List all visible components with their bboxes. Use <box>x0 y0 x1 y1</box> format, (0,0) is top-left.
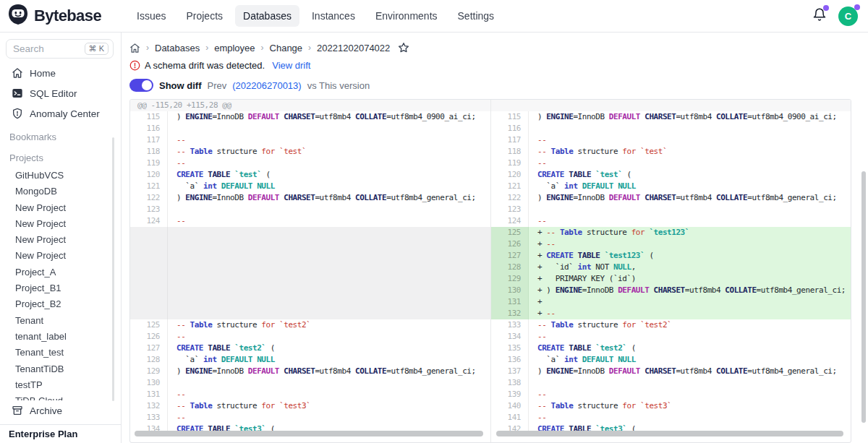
line-number: 124 <box>491 215 529 227</box>
sidebar-item-anomaly-center[interactable]: Anomaly Center <box>0 103 121 124</box>
nav-item-databases[interactable]: Databases <box>235 5 299 27</box>
line-code: -- <box>168 389 490 400</box>
project-item[interactable]: Tenant_test <box>0 345 121 361</box>
schema-diff-viewer: @@ -115,20 +115,28 @@115) ENGINE=InnoDB … <box>129 99 851 443</box>
line-number: 121 <box>491 181 529 192</box>
right-pane-horizontal-scrollbar[interactable] <box>496 431 843 436</box>
line-number: 136 <box>491 354 529 366</box>
nav-item-instances[interactable]: Instances <box>304 5 363 27</box>
nav-item-settings[interactable]: Settings <box>450 5 503 27</box>
diff-line: 140-- Table structure for `test3` <box>491 400 851 412</box>
breadcrumb-databases[interactable]: Databases <box>155 43 200 53</box>
diff-line: 125-- Table structure for `test2` <box>130 319 490 331</box>
line-code: -- Table structure for `test` <box>168 146 490 158</box>
home-icon[interactable] <box>129 43 140 53</box>
breadcrumb-version[interactable]: 20221202074022 <box>317 43 390 53</box>
sidebar-scrollbar[interactable] <box>112 137 114 401</box>
diff-line: 131-- <box>130 389 490 400</box>
project-item[interactable]: New Project <box>0 200 121 216</box>
sidebar-item-label: Archive <box>30 405 62 416</box>
line-code: ) ENGINE=InnoDB DEFAULT CHARSET=utf8mb4 … <box>168 366 490 377</box>
diff-line: 116 <box>130 123 490 134</box>
line-number: 122 <box>130 192 168 204</box>
line-code: -- <box>168 331 490 343</box>
diff-line: 126-- <box>130 331 490 343</box>
project-item[interactable]: GitHubVCS <box>0 168 121 184</box>
diff-line: 117-- <box>491 134 851 146</box>
user-avatar[interactable]: C <box>838 7 858 26</box>
show-diff-toggle[interactable] <box>129 79 153 92</box>
line-code: ) ENGINE=InnoDB DEFAULT CHARSET=utf8mb4 … <box>529 366 851 377</box>
line-number: 120 <box>130 169 168 181</box>
line-code <box>529 377 851 389</box>
project-item[interactable]: TiDB Cloud <box>0 393 121 400</box>
prev-version-link[interactable]: (202206270013) <box>232 80 301 91</box>
project-item[interactable]: TenantTiDB <box>0 361 121 377</box>
project-item[interactable]: MongoDB <box>0 184 121 199</box>
nav-item-issues[interactable]: Issues <box>129 5 174 27</box>
line-number: 126 <box>491 238 529 250</box>
project-item[interactable]: Project_B2 <box>0 296 121 312</box>
diff-line: 118-- Table structure for `test` <box>130 146 490 158</box>
line-number: 141 <box>491 412 529 423</box>
line-code: -- <box>529 331 851 343</box>
line-number: 120 <box>491 169 529 181</box>
project-item[interactable]: Project_B1 <box>0 280 121 296</box>
project-item[interactable]: New Project <box>0 248 121 264</box>
project-item[interactable]: Tenant <box>0 313 121 329</box>
line-number: 138 <box>491 377 529 389</box>
diff-line: 119-- <box>491 158 851 169</box>
project-item[interactable]: testTP <box>0 377 121 393</box>
brand[interactable]: Bytebase <box>0 4 129 28</box>
main-nav: IssuesProjectsDatabasesInstancesEnvironm… <box>129 5 502 27</box>
page-vertical-scrollbar[interactable] <box>861 171 866 423</box>
project-item[interactable]: New Project <box>0 232 121 248</box>
diff-line: 133-- Table structure for `test2` <box>491 319 851 331</box>
sidebar-item-sql-editor[interactable]: SQL Editor <box>0 83 121 103</box>
line-code <box>168 204 490 215</box>
line-code: -- Table structure for `test2` <box>529 319 851 331</box>
line-code: -- <box>168 158 490 169</box>
breadcrumb: › Databases › employee › Change › 202212… <box>129 42 868 53</box>
line-number: 115 <box>491 111 529 123</box>
diff-line: 115) ENGINE=InnoDB DEFAULT CHARSET=utf8m… <box>491 111 851 123</box>
diff-hunk-header: @@ -115,20 +115,28 @@ <box>130 100 490 111</box>
diff-line: 130 <box>130 377 490 389</box>
diff-line: 124-- <box>491 215 851 227</box>
view-drift-link[interactable]: View drift <box>272 60 310 71</box>
diff-line: 132+ -- <box>491 308 851 319</box>
line-code: CREATE TABLE `test2` ( <box>168 343 490 354</box>
breadcrumb-change[interactable]: Change <box>270 43 303 53</box>
sidebar-item-archive[interactable]: Archive <box>0 400 121 421</box>
breadcrumb-employee[interactable]: employee <box>214 43 255 53</box>
star-icon[interactable] <box>398 42 409 53</box>
section-projects: Projects <box>0 145 121 165</box>
prev-label: Prev <box>208 80 227 91</box>
line-number: 131 <box>130 389 168 400</box>
project-item[interactable]: tenant_label <box>0 329 121 345</box>
diff-line: 128 `a` int DEFAULT NULL <box>130 354 490 366</box>
notification-bell-button[interactable] <box>812 7 827 25</box>
diff-line: 135CREATE TABLE `test2` ( <box>491 343 851 354</box>
diff-line: 127CREATE TABLE `test2` ( <box>130 343 490 354</box>
sidebar-item-home[interactable]: Home <box>0 63 121 83</box>
project-item[interactable]: Project_A <box>0 264 121 280</box>
line-code <box>168 227 490 319</box>
line-number: 119 <box>491 158 529 169</box>
line-number: 140 <box>491 400 529 412</box>
left-pane-horizontal-scrollbar[interactable] <box>135 431 483 436</box>
line-code: ) ENGINE=InnoDB DEFAULT CHARSET=utf8mb4 … <box>168 111 490 123</box>
home-icon <box>12 67 23 79</box>
diff-line: 123 <box>491 204 851 215</box>
diff-line: 120CREATE TABLE `test` ( <box>130 169 490 181</box>
breadcrumb-separator: › <box>261 43 264 53</box>
search-input[interactable]: Search ⌘ K <box>6 39 114 59</box>
diff-line: 116 <box>491 123 851 134</box>
line-code: + CREATE TABLE `test123` ( <box>529 250 851 262</box>
line-number: 133 <box>491 319 529 331</box>
project-item[interactable]: New Project <box>0 216 121 232</box>
line-number: 134 <box>491 331 529 343</box>
diff-toggle-row: Show diff Prev (202206270013) vs This ve… <box>129 79 868 92</box>
nav-item-environments[interactable]: Environments <box>367 5 446 27</box>
nav-item-projects[interactable]: Projects <box>178 5 231 27</box>
